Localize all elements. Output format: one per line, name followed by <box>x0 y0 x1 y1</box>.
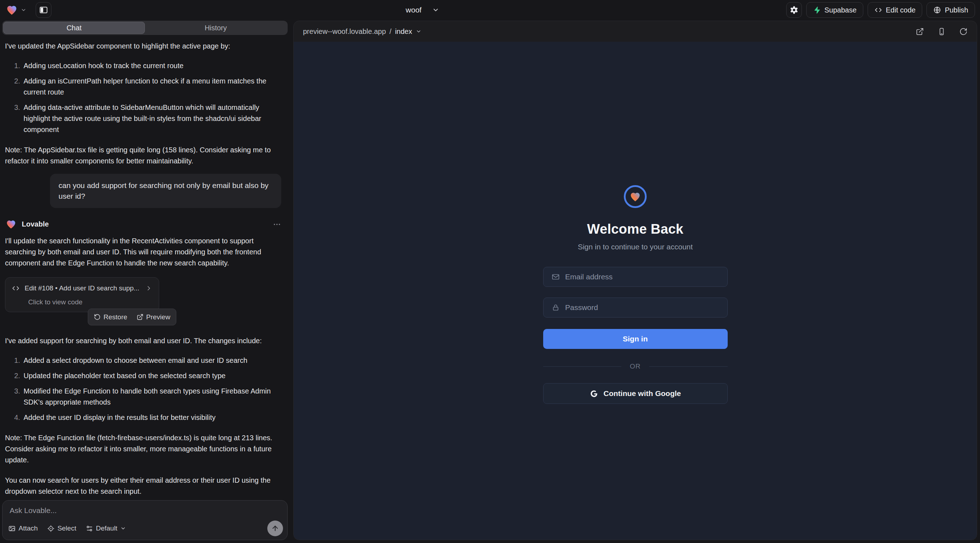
chevron-right-icon <box>145 285 153 292</box>
assistant-ordered-list: Added a select dropdown to choose betwee… <box>5 355 281 423</box>
edit-card-header: Edit #108 • Add user ID search supp... <box>12 283 153 294</box>
welcome-title: Welcome Back <box>587 222 683 237</box>
divider-line <box>649 367 727 367</box>
sign-in-form: Email address Password Sign in OR <box>543 267 728 404</box>
publish-label: Publish <box>945 6 968 14</box>
settings-button[interactable] <box>786 2 802 18</box>
mode-selector[interactable]: Default <box>86 524 126 532</box>
preview-toolbar: preview--woof.lovable.app / index <box>294 21 977 42</box>
app-logo <box>624 185 647 208</box>
preview-app-viewport: Welcome Back Sign in to continue to your… <box>294 42 977 540</box>
code-xml-icon <box>12 284 20 292</box>
project-switcher[interactable]: woof <box>406 0 439 20</box>
password-field[interactable]: Password <box>543 297 728 318</box>
email-placeholder: Email address <box>565 273 613 281</box>
top-bar: woof Supabase Edit code <box>0 0 980 20</box>
edit-code-button[interactable]: Edit code <box>868 2 922 18</box>
sliders-icon <box>86 525 93 532</box>
chat-panel: Chat History I've updated the AppSidebar… <box>0 20 290 543</box>
google-sign-in-button[interactable]: Continue with Google <box>543 383 728 404</box>
chevron-down-icon <box>120 526 126 531</box>
chat-tabbar: Chat History <box>2 21 288 35</box>
composer-toolbar: Attach Select Default <box>8 521 283 536</box>
image-icon <box>8 525 16 532</box>
publish-button[interactable]: Publish <box>926 2 975 18</box>
assistant-header: Lovable <box>5 219 281 230</box>
preview-panel: preview--woof.lovable.app / index <box>293 21 977 540</box>
list-item: Adding an isCurrentPath helper function … <box>22 76 281 98</box>
mode-label: Default <box>96 524 118 532</box>
lovable-heart-icon <box>5 219 17 230</box>
lovable-workspace: woof Supabase Edit code <box>0 0 980 543</box>
edit-card-actions: Restore Preview <box>88 309 176 325</box>
external-link-icon <box>137 314 143 321</box>
user-message-bubble: can you add support for searching not on… <box>50 174 281 208</box>
assistant-paragraph: I'll update the search functionality in … <box>5 235 281 268</box>
mail-icon <box>551 273 560 281</box>
lovable-heart-icon <box>5 4 19 16</box>
supabase-button[interactable]: Supabase <box>806 2 863 18</box>
list-item: Added a select dropdown to choose betwee… <box>22 355 281 366</box>
chevron-down-icon <box>21 7 26 13</box>
open-in-new-tab-icon[interactable] <box>916 27 924 36</box>
edit-code-label: Edit code <box>886 6 915 14</box>
email-field[interactable]: Email address <box>543 267 728 287</box>
sign-in-button[interactable]: Sign in <box>543 329 728 349</box>
list-item: Adding useLocation hook to track the cur… <box>22 60 281 71</box>
globe-icon <box>933 6 941 14</box>
attach-label: Attach <box>19 524 38 532</box>
lovable-logo-menu[interactable] <box>5 4 26 16</box>
preview-url-selector[interactable]: preview--woof.lovable.app / index <box>303 27 422 36</box>
more-options-icon[interactable] <box>273 220 281 229</box>
panel-left-icon <box>39 5 48 14</box>
tab-chat[interactable]: Chat <box>3 22 145 34</box>
assistant-note: Note: The Edge Function file (fetch-fire… <box>5 432 281 465</box>
main-split: Chat History I've updated the AppSidebar… <box>0 20 980 543</box>
top-bar-actions: Supabase Edit code Publish <box>786 2 975 18</box>
restore-icon <box>94 314 101 321</box>
composer-placeholder: Ask Lovable... <box>10 506 57 515</box>
select-label: Select <box>57 524 76 532</box>
preview-button[interactable]: Preview <box>137 311 170 322</box>
list-item: Adding data-active attribute to SidebarM… <box>22 102 281 135</box>
mobile-view-icon[interactable] <box>937 27 946 36</box>
or-divider: OR <box>543 362 728 370</box>
project-name: woof <box>406 6 422 14</box>
assistant-paragraph: I've added support for searching by both… <box>5 335 281 346</box>
tab-history[interactable]: History <box>145 22 286 34</box>
chat-composer[interactable]: Ask Lovable... Attach Select <box>2 500 288 540</box>
welcome-subtitle: Sign in to continue to your account <box>578 243 693 251</box>
preview-url: preview--woof.lovable.app <box>303 27 386 36</box>
code-icon <box>874 6 882 14</box>
preview-label: Preview <box>146 311 170 322</box>
supabase-icon <box>813 6 821 14</box>
gear-icon <box>789 5 799 14</box>
chevron-down-icon <box>432 6 439 14</box>
password-placeholder: Password <box>565 303 598 312</box>
divider-label: OR <box>630 362 641 370</box>
edit-card[interactable]: Edit #108 • Add user ID search supp... C… <box>5 277 159 312</box>
refresh-icon[interactable] <box>959 27 967 36</box>
chat-message-list[interactable]: I've updated the AppSidebar component to… <box>0 35 290 495</box>
supabase-label: Supabase <box>824 6 856 14</box>
preview-page: index <box>395 27 412 36</box>
attach-button[interactable]: Attach <box>8 524 38 532</box>
path-separator: / <box>389 27 391 36</box>
preview-toolbar-icons <box>916 27 967 36</box>
select-element-button[interactable]: Select <box>47 524 76 532</box>
edit-card-subtitle: Click to view code <box>28 297 153 308</box>
assistant-ordered-list: Adding useLocation hook to track the cur… <box>5 60 281 135</box>
restore-label: Restore <box>103 311 127 322</box>
assistant-name: Lovable <box>22 219 49 230</box>
list-item: Added the user ID display in the results… <box>22 412 281 423</box>
assistant-note: Note: The AppSidebar.tsx file is getting… <box>5 144 281 167</box>
send-button[interactable] <box>267 521 283 536</box>
restore-button[interactable]: Restore <box>94 311 127 322</box>
arrow-up-icon <box>271 524 279 532</box>
top-bar-left <box>5 2 51 18</box>
list-item: Updated the placeholder text based on th… <box>22 370 281 381</box>
google-icon <box>590 389 598 398</box>
lock-icon <box>551 303 560 312</box>
google-label: Continue with Google <box>603 389 681 398</box>
toggle-sidebar-button[interactable] <box>36 2 51 18</box>
